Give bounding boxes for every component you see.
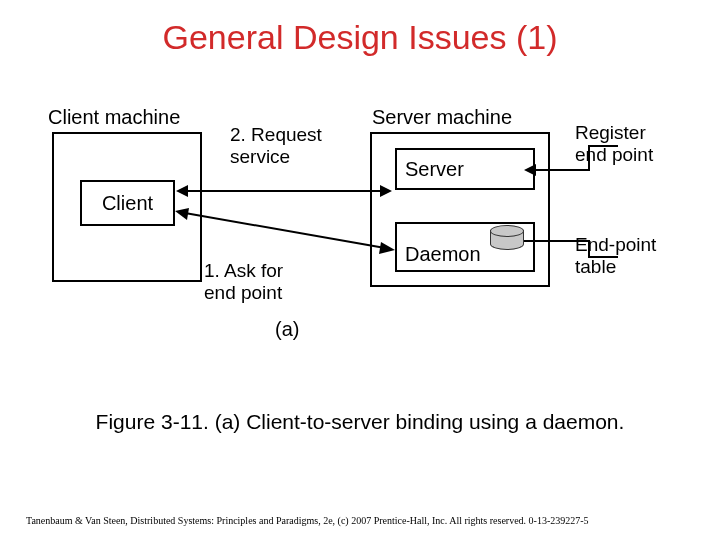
figure-caption: Figure 3-11. (a) Client-to-server bindin… <box>0 410 720 434</box>
client-box: Client <box>80 180 175 226</box>
copyright-footer: Tanenbaum & Van Steen, Distributed Syste… <box>26 515 589 526</box>
register-endpoint-label: Register end point <box>575 122 653 166</box>
server-box: Server <box>395 148 535 190</box>
endpoint-table-icon-top <box>490 225 524 237</box>
endpoint-table-label: End-point table <box>575 234 656 278</box>
svg-marker-1 <box>175 208 189 220</box>
diagram-figure: Client machine Client Server machine Ser… <box>0 90 720 370</box>
server-machine-label: Server machine <box>372 106 512 129</box>
subfigure-label: (a) <box>275 318 299 341</box>
page-title: General Design Issues (1) <box>0 0 720 57</box>
request-arrow-head-right <box>380 185 392 197</box>
register-line-h1 <box>535 169 590 171</box>
request-arrow-head-left <box>176 185 188 197</box>
register-arrow-head <box>524 164 536 176</box>
request-service-label: 2. Request service <box>230 124 322 168</box>
svg-line-0 <box>185 213 385 248</box>
ask-arrow <box>175 208 395 268</box>
svg-marker-2 <box>379 242 395 254</box>
request-arrow <box>187 190 382 192</box>
ask-endpoint-label: 1. Ask for end point <box>204 260 283 304</box>
client-machine-label: Client machine <box>48 106 180 129</box>
